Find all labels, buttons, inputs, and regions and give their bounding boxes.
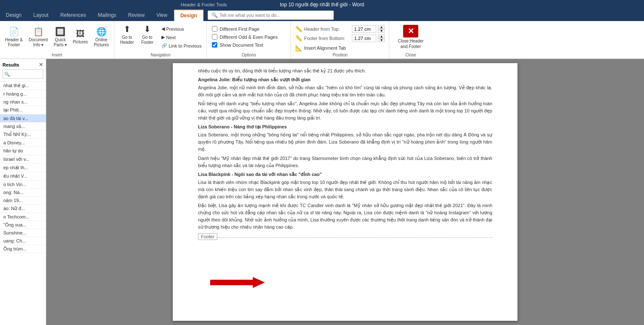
header-from-top-input[interactable] <box>352 25 376 33</box>
next-label: Next <box>166 35 176 40</box>
sidebar-item[interactable]: r hoàng g... <box>0 90 46 98</box>
footer-section: Footer <box>198 237 492 250</box>
previous-button[interactable]: ◀ Previous <box>160 25 203 32</box>
sidebar-item[interactable]: mang xã... <box>0 123 46 131</box>
ribbon-group-navigation: ⬆ Go toHeader ⬇ Go toFooter ◀ Previous ▶… <box>114 21 207 59</box>
sidebar-item[interactable]: năm 19... <box>0 197 46 205</box>
header-footer-tools-label: Header & Footer Tools <box>181 2 227 7</box>
footer-from-bottom-spinner[interactable]: ▲ ▼ <box>378 35 385 42</box>
next-icon: ▶ <box>161 35 165 40</box>
tab-review[interactable]: Review <box>122 9 150 21</box>
sidebar-item[interactable]: a Disney... <box>0 139 46 147</box>
doc-title: top 10 người đẹp nhất thế giới - Word <box>280 2 364 8</box>
insert-alignment-label: Insert Alignment Tab <box>304 45 346 51</box>
header-from-top-spinner[interactable]: ▲ ▼ <box>378 25 385 33</box>
close-header-footer-button[interactable]: ✕ Close Headerand Footer <box>394 23 427 51</box>
online-pictures-button[interactable]: 🌐 OnlinePictures <box>92 24 111 50</box>
tab-mailings[interactable]: Mailings <box>92 9 122 21</box>
tab-layout[interactable]: Layout <box>27 9 54 21</box>
pictures-label: Pictures <box>73 40 88 45</box>
different-first-page-checkbox[interactable] <box>212 26 217 32</box>
close-group-label: Close <box>389 53 432 57</box>
link-to-previous-label: Link to Previous <box>169 43 201 48</box>
quick-parts-button[interactable]: 🔲 QuickParts ▾ <box>52 24 69 50</box>
header-footer-button[interactable]: 📄 Header &Footer <box>3 24 24 50</box>
next-button[interactable]: ▶ Next <box>160 34 203 41</box>
sidebar-title: Results <box>3 62 19 67</box>
different-odd-even-checkbox[interactable] <box>212 34 217 40</box>
footer-label-badge: Footer <box>198 233 217 240</box>
doc-content: nhiều cuộc thi uy tín, đồng thời là biểu… <box>198 67 492 231</box>
footer-content[interactable] <box>198 240 492 249</box>
document-info-button[interactable]: 📋 DocumentInfo ▾ <box>27 24 50 50</box>
options-group-label: Options <box>207 53 290 57</box>
sidebar-item[interactable]: ều nhất V... <box>0 172 46 181</box>
go-to-footer-button[interactable]: ⬇ Go toFooter <box>138 23 156 46</box>
insert-alignment-icon: 📐 <box>295 45 302 51</box>
sidebar-item[interactable]: ú tích Vin... <box>0 181 46 189</box>
header-from-top-icon: 📏 <box>295 26 302 32</box>
different-first-page-option[interactable]: Different First Page <box>212 26 285 32</box>
doc-paragraph: Lisa là thành viên nhóm nhạc Blackpink g… <box>198 179 492 200</box>
navigation-group-label: Navigation <box>114 53 206 57</box>
ribbon-group-insert: 📄 Header &Footer 📋 DocumentInfo ▾ 🔲 Quic… <box>0 21 114 59</box>
link-to-previous-button[interactable]: 🔗 Link to Previous <box>160 42 203 49</box>
sidebar-item-active[interactable]: ao đà tài v... <box>0 115 46 123</box>
search-icon: 🔍 <box>211 12 218 18</box>
previous-label: Previous <box>166 27 184 32</box>
previous-icon: ◀ <box>161 26 165 32</box>
doc-paragraph: Nổi tiếng với danh xưng "biểu tượng nhan… <box>198 100 492 122</box>
link-icon: 🔗 <box>161 43 167 48</box>
sidebar-item[interactable]: n Techcom... <box>0 213 46 221</box>
sidebar-search-input[interactable] <box>11 72 41 77</box>
sidebar-item[interactable]: Ông trùm... <box>0 245 46 253</box>
show-document-text-checkbox[interactable] <box>212 42 217 48</box>
pictures-button[interactable]: 🖼 Pictures <box>71 24 90 50</box>
sidebar-item[interactable]: Israel với v... <box>0 155 46 164</box>
header-from-top-row: 📏 Header from Top: ▲ ▼ <box>295 25 385 33</box>
document-info-label: DocumentInfo ▾ <box>29 37 48 48</box>
tab-design-active[interactable]: Design <box>174 9 203 21</box>
red-arrow <box>210 277 265 288</box>
close-header-footer-label: Close Headerand Footer <box>398 38 423 49</box>
close-x-icon: ✕ <box>403 25 418 37</box>
sidebar-item[interactable]: Thổ Nhĩ Kỳ... <box>0 131 46 139</box>
sidebar-item[interactable]: "Ông vua... <box>0 221 46 229</box>
footer-from-bottom-input[interactable] <box>352 35 376 42</box>
sidebar-item[interactable]: ep nhất th... <box>0 164 46 172</box>
quick-parts-label: QuickParts ▾ <box>54 37 67 48</box>
different-odd-even-option[interactable]: Different Odd & Even Pages <box>212 34 285 40</box>
sidebar-item[interactable]: uang: Ch... <box>0 237 46 245</box>
header-from-top-label: Header from Top: <box>304 27 350 32</box>
sidebar-item[interactable]: tại Phili... <box>0 106 46 115</box>
doc-paragraph-bold: Liza Soberano - Nàng thơ tại Philippines <box>198 123 492 131</box>
online-pictures-label: OnlinePictures <box>94 37 109 48</box>
sidebar-item[interactable]: nhat thế gi... <box>0 82 46 90</box>
tab-design-main[interactable]: Design <box>0 9 27 21</box>
show-document-text-label: Show Document Text <box>219 43 263 48</box>
footer-from-bottom-row: 📏 Footer from Bottom: ▲ ▼ <box>295 35 385 42</box>
sidebar-search-icon: 🔍 <box>3 72 11 77</box>
go-to-header-button[interactable]: ⬆ Go toHeader <box>118 23 136 46</box>
doc-paragraph-bold: Lisa Blackpink - Ngôi sao đa tài với nha… <box>198 171 492 178</box>
header-footer-label: Header &Footer <box>5 37 23 48</box>
sidebar-item[interactable]: hân tự do <box>0 147 46 155</box>
sidebar-item[interactable]: ong: Nà... <box>0 189 46 197</box>
go-to-header-label: Go toHeader <box>120 35 134 45</box>
sidebar-items-list: nhat thế gi... r hoàng g... ng nhan s...… <box>0 82 46 325</box>
tab-references[interactable]: References <box>54 9 92 21</box>
doc-paragraph: Angelina Jolie, một nữ minh tinh đỉnh đá… <box>198 84 492 99</box>
go-to-footer-label: Go toFooter <box>141 35 153 45</box>
sidebar: Results ✕ 🔍 nhat thế gi... r hoàng g... … <box>0 59 46 325</box>
doc-paragraph: Đặc biệt, Lisa gây ấn tượng mạnh mẽ khi … <box>198 202 492 231</box>
sidebar-item[interactable]: ào: Nữ đ... <box>0 205 46 213</box>
sidebar-close-icon[interactable]: ✕ <box>39 61 43 68</box>
sidebar-item[interactable]: Sunshine... <box>0 229 46 237</box>
insert-alignment-tab-row[interactable]: 📐 Insert Alignment Tab <box>295 44 385 52</box>
show-document-text-option[interactable]: Show Document Text <box>212 42 285 48</box>
search-input[interactable] <box>219 13 330 18</box>
tab-view[interactable]: View <box>150 9 173 21</box>
different-first-page-label: Different First Page <box>219 27 259 32</box>
sidebar-item[interactable]: ng nhan s... <box>0 98 46 106</box>
insert-group-label: Insert <box>0 53 114 57</box>
